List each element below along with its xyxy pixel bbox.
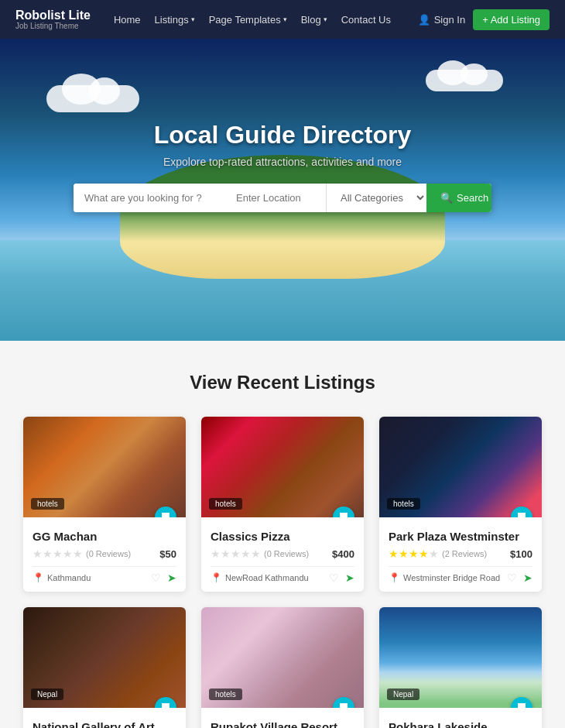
search-button[interactable]: 🔍 Search	[426, 184, 491, 212]
search-category-select[interactable]: All Categories	[326, 184, 426, 212]
user-icon: 👤	[418, 14, 430, 26]
card-body: Pokhara Lakeside ★★★★★ (0 Reviews) $100 …	[379, 708, 542, 728]
share-icon[interactable]: ➤	[523, 572, 532, 584]
card-footer: 📍 Kathmandu ♡ ➤	[33, 566, 176, 584]
card-meta: ★★★★★ (2 Reviews) $100	[389, 548, 532, 560]
star-empty-icon: ★	[251, 548, 261, 560]
signin-button[interactable]: 👤 Sign In	[418, 14, 465, 26]
star-filled-icon: ★	[419, 548, 429, 560]
card-title: Park Plaza Westminster	[389, 530, 532, 543]
add-listing-button[interactable]: + Add Listing	[473, 9, 550, 30]
chevron-down-icon: ▾	[191, 15, 195, 23]
card-body: GG Machan ★★★★★ (0 Reviews) $50 📍 Kathma…	[23, 517, 186, 592]
card-body: Rupakot Village Resort ★★★★★ (1 Review) …	[201, 708, 364, 728]
listing-card: hotels Park Plaza Westminster ★★★★★ (2 R…	[379, 417, 542, 592]
card-price: $100	[510, 548, 532, 560]
location-pin-icon: 📍	[211, 572, 222, 583]
listing-card: Nepal National Gallery of Art ★★★★★ (2 R…	[23, 607, 186, 728]
share-icon[interactable]: ➤	[167, 572, 176, 584]
nav-blog[interactable]: Blog ▾	[301, 14, 327, 26]
hero-section: Local Guide Directory Expolore top-rated…	[0, 39, 565, 341]
card-title: Pokhara Lakeside	[389, 720, 532, 728]
card-badge: hotels	[209, 498, 242, 510]
nav-listings[interactable]: Listings ▾	[155, 14, 195, 26]
card-title: GG Machan	[33, 530, 176, 543]
location-pin-icon: 📍	[389, 572, 400, 583]
card-price: $50	[159, 548, 176, 560]
card-image: hotels	[201, 607, 364, 708]
hero-subtitle: Expolore top-rated attractions, activiti…	[74, 156, 491, 168]
search-icon: 🔍	[440, 192, 453, 204]
cloud-left	[46, 85, 139, 112]
favorite-icon[interactable]: ♡	[329, 572, 339, 584]
card-title: Classics Pizza	[211, 530, 354, 543]
stars-display: ★★★★★	[211, 548, 261, 560]
card-rating: ★★★★★ (0 Reviews)	[211, 548, 309, 560]
cloud-right	[426, 70, 503, 91]
star-filled-icon: ★	[399, 548, 409, 560]
card-price: $400	[332, 548, 354, 560]
card-actions: ♡ ➤	[151, 572, 176, 584]
card-footer: 📍 NewRoad Kathmandu ♡ ➤	[211, 566, 354, 584]
card-footer: 📍 Westminster Bridge Road ♡ ➤	[389, 566, 532, 584]
share-icon[interactable]: ➤	[345, 572, 354, 584]
review-count: (2 Reviews)	[442, 549, 487, 558]
chevron-down-icon: ▾	[283, 15, 287, 23]
location-pin-icon: 📍	[33, 572, 44, 583]
card-meta: ★★★★★ (0 Reviews) $50	[33, 548, 176, 560]
nav-home[interactable]: Home	[114, 14, 141, 26]
listings-grid: hotels GG Machan ★★★★★ (0 Reviews) $50 📍…	[23, 417, 542, 728]
card-image: Nepal	[379, 607, 542, 708]
card-location: 📍 Kathmandu	[33, 572, 91, 583]
brand: Robolist Lite Job Listing Theme	[15, 9, 91, 31]
location-text: Westminster Bridge Road	[403, 573, 500, 582]
chevron-down-icon: ▾	[324, 15, 327, 23]
card-badge: hotels	[209, 689, 242, 700]
search-what-input[interactable]	[74, 184, 225, 212]
card-body: Classics Pizza ★★★★★ (0 Reviews) $400 📍 …	[201, 517, 364, 592]
star-empty-icon: ★	[221, 548, 231, 560]
brand-name: Robolist Lite	[15, 9, 91, 22]
card-body: National Gallery of Art ★★★★★ (2 Reviews…	[23, 708, 186, 728]
brand-sub: Job Listing Theme	[15, 22, 91, 30]
favorite-icon[interactable]: ♡	[507, 572, 517, 584]
star-empty-icon: ★	[231, 548, 241, 560]
stars-display: ★★★★★	[389, 548, 439, 560]
nav-page-templates[interactable]: Page Templates ▾	[209, 14, 287, 26]
card-meta: ★★★★★ (0 Reviews) $400	[211, 548, 354, 560]
star-empty-icon: ★	[33, 548, 43, 560]
star-filled-icon: ★	[389, 548, 399, 560]
card-actions: ♡ ➤	[507, 572, 532, 584]
star-empty-icon: ★	[53, 548, 63, 560]
listing-card: hotels Rupakot Village Resort ★★★★★ (1 R…	[201, 607, 364, 728]
card-image: hotels	[379, 417, 542, 517]
card-image: Nepal	[23, 607, 186, 708]
hero-title: Local Guide Directory	[74, 121, 491, 149]
star-empty-icon: ★	[241, 548, 251, 560]
card-badge: hotels	[387, 498, 420, 510]
section-title: View Recent Listings	[23, 372, 542, 393]
star-empty-icon: ★	[429, 548, 439, 560]
card-body: Park Plaza Westminster ★★★★★ (2 Reviews)…	[379, 517, 542, 592]
star-empty-icon: ★	[43, 548, 53, 560]
listings-section: View Recent Listings hotels GG Machan ★★…	[0, 341, 565, 728]
card-actions: ♡ ➤	[329, 572, 354, 584]
listing-card: Nepal Pokhara Lakeside ★★★★★ (0 Reviews)…	[379, 607, 542, 728]
location-text: NewRoad Kathmandu	[225, 573, 309, 582]
navbar: Robolist Lite Job Listing Theme Home Lis…	[0, 0, 565, 39]
nav-links: Home Listings ▾ Page Templates ▾ Blog ▾ …	[114, 14, 418, 26]
card-title: National Gallery of Art	[33, 720, 176, 728]
star-filled-icon: ★	[409, 548, 419, 560]
nav-contact[interactable]: Contact Us	[341, 14, 391, 26]
card-title: Rupakot Village Resort	[211, 720, 354, 728]
card-location: 📍 Westminster Bridge Road	[389, 572, 500, 583]
review-count: (0 Reviews)	[86, 549, 131, 558]
search-location-input[interactable]	[225, 184, 326, 212]
hero-content: Local Guide Directory Expolore top-rated…	[74, 121, 491, 212]
stars-display: ★★★★★	[33, 548, 83, 560]
favorite-icon[interactable]: ♡	[151, 572, 161, 584]
star-empty-icon: ★	[63, 548, 73, 560]
card-rating: ★★★★★ (0 Reviews)	[33, 548, 131, 560]
card-rating: ★★★★★ (2 Reviews)	[389, 548, 487, 560]
navbar-right: 👤 Sign In + Add Listing	[418, 9, 550, 30]
